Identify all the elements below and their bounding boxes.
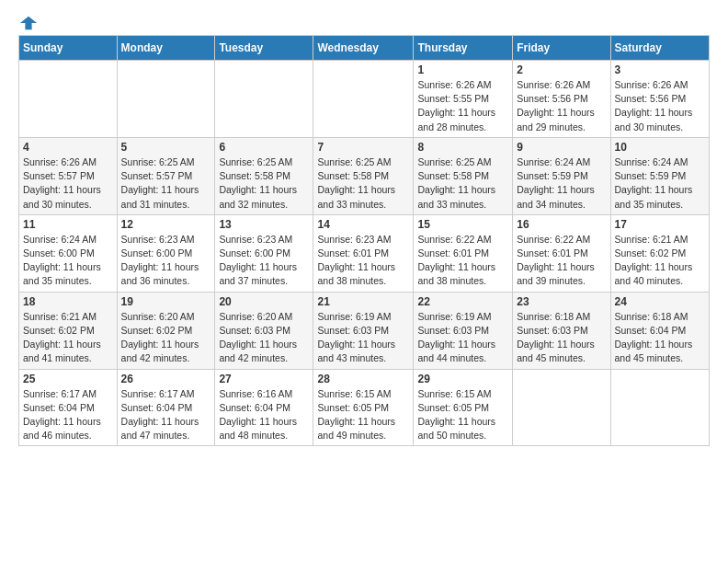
day-header-wednesday: Wednesday bbox=[313, 36, 414, 61]
day-info: Sunrise: 6:25 AM Sunset: 5:58 PM Dayligh… bbox=[219, 155, 309, 212]
day-number: 23 bbox=[517, 295, 606, 308]
logo bbox=[18, 15, 37, 28]
day-number: 5 bbox=[121, 141, 211, 154]
day-number: 13 bbox=[219, 218, 309, 231]
calendar-cell: 4Sunrise: 6:26 AM Sunset: 5:57 PM Daylig… bbox=[19, 137, 118, 214]
day-info: Sunrise: 6:23 AM Sunset: 6:01 PM Dayligh… bbox=[317, 233, 409, 289]
calendar-body: 1Sunrise: 6:26 AM Sunset: 5:55 PM Daylig… bbox=[19, 61, 710, 446]
day-info: Sunrise: 6:26 AM Sunset: 5:55 PM Dayligh… bbox=[417, 78, 508, 134]
day-info: Sunrise: 6:24 AM Sunset: 6:00 PM Dayligh… bbox=[23, 233, 113, 289]
day-info: Sunrise: 6:26 AM Sunset: 5:56 PM Dayligh… bbox=[615, 78, 705, 134]
day-info: Sunrise: 6:24 AM Sunset: 5:59 PM Dayligh… bbox=[615, 155, 705, 212]
calendar-cell: 24Sunrise: 6:18 AM Sunset: 6:04 PM Dayli… bbox=[610, 292, 709, 369]
calendar-cell: 1Sunrise: 6:26 AM Sunset: 5:55 PM Daylig… bbox=[414, 61, 513, 138]
calendar-cell: 28Sunrise: 6:15 AM Sunset: 6:05 PM Dayli… bbox=[313, 369, 414, 446]
calendar-cell: 10Sunrise: 6:24 AM Sunset: 5:59 PM Dayli… bbox=[610, 137, 709, 214]
calendar-cell: 2Sunrise: 6:26 AM Sunset: 5:56 PM Daylig… bbox=[513, 61, 610, 138]
day-number: 1 bbox=[417, 63, 508, 76]
svg-marker-0 bbox=[20, 17, 37, 29]
day-info: Sunrise: 6:25 AM Sunset: 5:57 PM Dayligh… bbox=[121, 155, 211, 212]
calendar-cell: 21Sunrise: 6:19 AM Sunset: 6:03 PM Dayli… bbox=[313, 292, 414, 369]
day-number: 2 bbox=[517, 63, 606, 76]
day-info: Sunrise: 6:26 AM Sunset: 5:56 PM Dayligh… bbox=[517, 78, 606, 134]
day-info: Sunrise: 6:21 AM Sunset: 6:02 PM Dayligh… bbox=[615, 233, 705, 289]
day-number: 19 bbox=[121, 295, 211, 308]
day-number: 27 bbox=[219, 373, 309, 385]
day-info: Sunrise: 6:19 AM Sunset: 6:03 PM Dayligh… bbox=[317, 310, 409, 366]
day-info: Sunrise: 6:23 AM Sunset: 6:00 PM Dayligh… bbox=[219, 233, 309, 289]
calendar-cell bbox=[313, 61, 414, 138]
calendar-cell: 8Sunrise: 6:25 AM Sunset: 5:58 PM Daylig… bbox=[414, 137, 513, 214]
day-header-thursday: Thursday bbox=[414, 36, 513, 61]
calendar-cell: 19Sunrise: 6:20 AM Sunset: 6:02 PM Dayli… bbox=[117, 292, 215, 369]
calendar-cell bbox=[19, 61, 118, 138]
day-info: Sunrise: 6:25 AM Sunset: 5:58 PM Dayligh… bbox=[317, 155, 409, 212]
day-header-saturday: Saturday bbox=[610, 36, 709, 61]
day-header-tuesday: Tuesday bbox=[215, 36, 313, 61]
calendar-cell: 3Sunrise: 6:26 AM Sunset: 5:56 PM Daylig… bbox=[610, 61, 709, 138]
day-number: 3 bbox=[615, 63, 705, 76]
day-info: Sunrise: 6:17 AM Sunset: 6:04 PM Dayligh… bbox=[23, 387, 113, 443]
day-info: Sunrise: 6:25 AM Sunset: 5:58 PM Dayligh… bbox=[417, 155, 508, 212]
calendar-cell: 15Sunrise: 6:22 AM Sunset: 6:01 PM Dayli… bbox=[414, 214, 513, 292]
day-number: 29 bbox=[417, 373, 508, 385]
calendar-cell: 27Sunrise: 6:16 AM Sunset: 6:04 PM Dayli… bbox=[215, 369, 313, 446]
calendar-cell: 9Sunrise: 6:24 AM Sunset: 5:59 PM Daylig… bbox=[513, 137, 610, 214]
day-number: 17 bbox=[615, 218, 705, 231]
calendar-cell: 25Sunrise: 6:17 AM Sunset: 6:04 PM Dayli… bbox=[19, 369, 118, 446]
day-number: 22 bbox=[417, 295, 508, 308]
day-info: Sunrise: 6:24 AM Sunset: 5:59 PM Dayligh… bbox=[517, 155, 606, 212]
day-number: 9 bbox=[517, 141, 606, 154]
calendar-cell: 11Sunrise: 6:24 AM Sunset: 6:00 PM Dayli… bbox=[19, 214, 118, 292]
calendar-cell: 16Sunrise: 6:22 AM Sunset: 6:01 PM Dayli… bbox=[513, 214, 610, 292]
day-number: 26 bbox=[121, 373, 211, 385]
day-number: 7 bbox=[317, 141, 409, 154]
calendar-cell: 20Sunrise: 6:20 AM Sunset: 6:03 PM Dayli… bbox=[215, 292, 313, 369]
calendar-cell: 5Sunrise: 6:25 AM Sunset: 5:57 PM Daylig… bbox=[117, 137, 215, 214]
day-info: Sunrise: 6:21 AM Sunset: 6:02 PM Dayligh… bbox=[23, 310, 113, 366]
day-info: Sunrise: 6:22 AM Sunset: 6:01 PM Dayligh… bbox=[417, 233, 508, 289]
day-number: 20 bbox=[219, 295, 309, 308]
calendar-cell: 13Sunrise: 6:23 AM Sunset: 6:00 PM Dayli… bbox=[215, 214, 313, 292]
day-header-monday: Monday bbox=[117, 36, 215, 61]
day-number: 11 bbox=[23, 218, 113, 231]
day-number: 10 bbox=[615, 141, 705, 154]
day-header-friday: Friday bbox=[513, 36, 610, 61]
calendar-cell: 12Sunrise: 6:23 AM Sunset: 6:00 PM Dayli… bbox=[117, 214, 215, 292]
day-number: 28 bbox=[317, 373, 409, 385]
day-number: 14 bbox=[317, 218, 409, 231]
day-number: 8 bbox=[417, 141, 508, 154]
day-info: Sunrise: 6:18 AM Sunset: 6:04 PM Dayligh… bbox=[615, 310, 705, 366]
calendar-cell bbox=[513, 369, 610, 446]
calendar-cell: 22Sunrise: 6:19 AM Sunset: 6:03 PM Dayli… bbox=[414, 292, 513, 369]
calendar-cell: 17Sunrise: 6:21 AM Sunset: 6:02 PM Dayli… bbox=[610, 214, 709, 292]
day-info: Sunrise: 6:17 AM Sunset: 6:04 PM Dayligh… bbox=[121, 387, 211, 443]
day-info: Sunrise: 6:22 AM Sunset: 6:01 PM Dayligh… bbox=[517, 233, 606, 289]
day-info: Sunrise: 6:26 AM Sunset: 5:57 PM Dayligh… bbox=[23, 155, 113, 212]
day-info: Sunrise: 6:23 AM Sunset: 6:00 PM Dayligh… bbox=[121, 233, 211, 289]
day-header-sunday: Sunday bbox=[19, 36, 118, 61]
day-info: Sunrise: 6:19 AM Sunset: 6:03 PM Dayligh… bbox=[417, 310, 508, 366]
day-number: 21 bbox=[317, 295, 409, 308]
day-number: 15 bbox=[417, 218, 508, 231]
day-info: Sunrise: 6:15 AM Sunset: 6:05 PM Dayligh… bbox=[317, 387, 409, 443]
calendar-week-row: 18Sunrise: 6:21 AM Sunset: 6:02 PM Dayli… bbox=[19, 292, 710, 369]
day-number: 6 bbox=[219, 141, 309, 154]
day-number: 16 bbox=[517, 218, 606, 231]
calendar-cell: 29Sunrise: 6:15 AM Sunset: 6:05 PM Dayli… bbox=[414, 369, 513, 446]
day-number: 18 bbox=[23, 295, 113, 308]
calendar-cell: 7Sunrise: 6:25 AM Sunset: 5:58 PM Daylig… bbox=[313, 137, 414, 214]
calendar-cell: 18Sunrise: 6:21 AM Sunset: 6:02 PM Dayli… bbox=[19, 292, 118, 369]
day-info: Sunrise: 6:20 AM Sunset: 6:03 PM Dayligh… bbox=[219, 310, 309, 366]
calendar-cell: 14Sunrise: 6:23 AM Sunset: 6:01 PM Dayli… bbox=[313, 214, 414, 292]
calendar-cell bbox=[610, 369, 709, 446]
day-info: Sunrise: 6:20 AM Sunset: 6:02 PM Dayligh… bbox=[121, 310, 211, 366]
day-info: Sunrise: 6:18 AM Sunset: 6:03 PM Dayligh… bbox=[517, 310, 606, 366]
page-header bbox=[18, 15, 710, 28]
day-number: 12 bbox=[121, 218, 211, 231]
day-info: Sunrise: 6:16 AM Sunset: 6:04 PM Dayligh… bbox=[219, 387, 309, 443]
day-info: Sunrise: 6:15 AM Sunset: 6:05 PM Dayligh… bbox=[417, 387, 508, 443]
calendar-cell: 23Sunrise: 6:18 AM Sunset: 6:03 PM Dayli… bbox=[513, 292, 610, 369]
calendar-table: SundayMondayTuesdayWednesdayThursdayFrid… bbox=[18, 35, 710, 446]
calendar-week-row: 25Sunrise: 6:17 AM Sunset: 6:04 PM Dayli… bbox=[19, 369, 710, 446]
